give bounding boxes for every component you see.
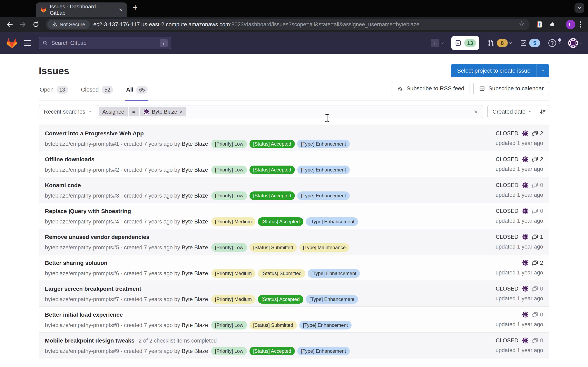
- issue-comments-link[interactable]: 1: [532, 234, 543, 240]
- label-badge[interactable]: [Status] Accepted: [258, 217, 303, 226]
- assignee-avatar[interactable]: [522, 130, 528, 137]
- reload-icon[interactable]: [30, 19, 42, 30]
- issues-nav-button[interactable]: 13: [451, 36, 479, 50]
- assignee-avatar[interactable]: [522, 337, 528, 344]
- create-issue-dropdown-toggle[interactable]: [536, 64, 549, 77]
- filter-token-key[interactable]: Assignee: [99, 107, 128, 117]
- label-badge[interactable]: [Type] Enhancement: [297, 347, 350, 355]
- select-project-to-create-issue-button[interactable]: Select project to create issue: [451, 64, 536, 77]
- not-secure-chip[interactable]: Not Secure: [47, 20, 90, 29]
- new-tab-icon[interactable]: +: [133, 3, 138, 14]
- issue-title-link[interactable]: Mobile breakpoint design tweaks: [45, 337, 135, 344]
- issue-comments-link[interactable]: 0: [532, 311, 543, 318]
- issue-comments-link[interactable]: 2: [532, 156, 543, 162]
- issue-title-link[interactable]: Larger screen breakpoint treatment: [45, 286, 141, 292]
- issue-author-link[interactable]: Byte Blaze: [182, 218, 208, 225]
- issue-author-link[interactable]: Byte Blaze: [182, 167, 208, 173]
- issue-title-link[interactable]: Better sharing solution: [45, 260, 107, 266]
- bookmark-star-icon[interactable]: ☆: [516, 20, 528, 29]
- issue-comments-link[interactable]: 0: [532, 208, 543, 214]
- extension-notebook-icon[interactable]: [534, 19, 545, 30]
- label-badge[interactable]: [Type] Enhancement: [297, 140, 350, 148]
- issue-title-link[interactable]: Convert into a Progressive Web App: [45, 130, 144, 137]
- new-menu-button[interactable]: +: [431, 39, 443, 47]
- label-badge[interactable]: [Priority] Low: [211, 243, 247, 252]
- help-menu-button[interactable]: ?: [548, 39, 560, 47]
- browser-tab[interactable]: Issues · Dashboard · GitLab ×: [36, 2, 127, 17]
- label-badge[interactable]: [Type] Enhancement: [299, 321, 352, 329]
- label-badge[interactable]: [Type] Enhancement: [306, 295, 358, 304]
- label-badge[interactable]: [Priority] Low: [211, 166, 247, 174]
- assignee-avatar[interactable]: [522, 259, 528, 266]
- issue-title-link[interactable]: Replace jQuery with Shoestring: [45, 208, 131, 215]
- search-input[interactable]: Search GitLab /: [39, 37, 171, 49]
- label-badge[interactable]: [Type] Maintenance: [299, 243, 349, 252]
- assignee-avatar[interactable]: [522, 182, 528, 189]
- sort-dropdown[interactable]: Created date: [488, 105, 536, 118]
- issue-title-link[interactable]: Better initial load experience: [45, 312, 123, 318]
- label-badge[interactable]: [Priority] Low: [211, 140, 247, 148]
- label-badge[interactable]: [Status] Accepted: [258, 295, 303, 304]
- issue-author-link[interactable]: Byte Blaze: [182, 244, 208, 251]
- issue-comments-link[interactable]: 0: [532, 182, 543, 188]
- browser-menu-icon[interactable]: [577, 21, 584, 27]
- issue-author-link[interactable]: Byte Blaze: [182, 296, 208, 303]
- remove-token-icon[interactable]: ×: [180, 109, 183, 115]
- back-icon[interactable]: [4, 19, 16, 30]
- label-badge[interactable]: [Priority] Medium: [211, 269, 255, 278]
- filter-token-operator[interactable]: =: [129, 107, 139, 117]
- sort-direction-button[interactable]: [536, 105, 549, 118]
- label-badge[interactable]: [Priority] Medium: [211, 217, 255, 226]
- issue-comments-link[interactable]: 0: [532, 285, 543, 292]
- user-menu-button[interactable]: [568, 38, 582, 48]
- label-badge[interactable]: [Status] Accepted: [250, 140, 295, 148]
- label-badge[interactable]: [Status] Accepted: [250, 192, 295, 200]
- gitlab-logo-icon[interactable]: [6, 37, 17, 49]
- tab-all[interactable]: All 65: [125, 86, 149, 101]
- issue-author-link[interactable]: Byte Blaze: [182, 270, 208, 277]
- label-badge[interactable]: [Type] Enhancement: [297, 166, 350, 174]
- tab-close-icon[interactable]: ×: [119, 6, 122, 13]
- label-badge[interactable]: [Priority] Low: [211, 347, 247, 355]
- label-badge[interactable]: [Status] Submitted: [250, 243, 297, 252]
- label-badge[interactable]: [Status] Accepted: [250, 347, 295, 355]
- issue-author-link[interactable]: Byte Blaze: [182, 141, 208, 147]
- browser-profile-badge[interactable]: L: [566, 20, 575, 29]
- label-badge[interactable]: [Status] Submitted: [258, 269, 305, 278]
- todos-nav-button[interactable]: 5: [520, 39, 540, 47]
- issue-title-link[interactable]: Remove unused vendor dependencies: [45, 234, 149, 240]
- issue-title-link[interactable]: Konami code: [45, 182, 81, 189]
- filtered-search-bar[interactable]: Recent searches Assignee = Byte Blaze × …: [39, 105, 483, 118]
- clear-search-icon[interactable]: ×: [469, 105, 483, 118]
- issue-comments-link[interactable]: 2: [532, 259, 543, 266]
- merge-requests-nav-button[interactable]: 8: [487, 39, 512, 47]
- tab-closed[interactable]: Closed 52: [80, 86, 114, 101]
- tab-open[interactable]: Open 13: [39, 86, 69, 101]
- label-badge[interactable]: [Priority] Low: [211, 321, 247, 329]
- subscribe-calendar-button[interactable]: Subscribe to calendar: [474, 82, 549, 95]
- subscribe-rss-button[interactable]: Subscribe to RSS feed: [392, 82, 470, 95]
- tab-search-icon[interactable]: [575, 3, 584, 13]
- label-badge[interactable]: [Type] Enhancement: [308, 269, 360, 278]
- extensions-puzzle-icon[interactable]: [547, 19, 558, 30]
- assignee-avatar[interactable]: [522, 234, 528, 240]
- issue-title-link[interactable]: Offline downloads: [45, 156, 95, 163]
- issue-comments-link[interactable]: 0: [532, 337, 543, 344]
- label-badge[interactable]: [Type] Enhancement: [297, 192, 350, 200]
- forward-icon[interactable]: [17, 19, 29, 30]
- issue-author-link[interactable]: Byte Blaze: [182, 193, 208, 199]
- address-bar[interactable]: Not Secure ec2-3-137-176-117.us-east-2.c…: [46, 19, 530, 30]
- label-badge[interactable]: [Type] Enhancement: [306, 217, 358, 226]
- hamburger-menu-icon[interactable]: [24, 40, 31, 46]
- label-badge[interactable]: [Priority] Medium: [211, 295, 255, 304]
- recent-searches-dropdown[interactable]: Recent searches: [39, 105, 96, 118]
- issue-author-link[interactable]: Byte Blaze: [182, 348, 208, 354]
- issue-comments-link[interactable]: 2: [532, 130, 543, 137]
- label-badge[interactable]: [Status] Submitted: [250, 321, 297, 329]
- assignee-avatar[interactable]: [522, 285, 528, 292]
- label-badge[interactable]: [Status] Accepted: [250, 166, 295, 174]
- assignee-avatar[interactable]: [522, 156, 528, 163]
- assignee-avatar[interactable]: [522, 208, 528, 215]
- assignee-avatar[interactable]: [522, 311, 528, 318]
- label-badge[interactable]: [Priority] Low: [211, 192, 247, 200]
